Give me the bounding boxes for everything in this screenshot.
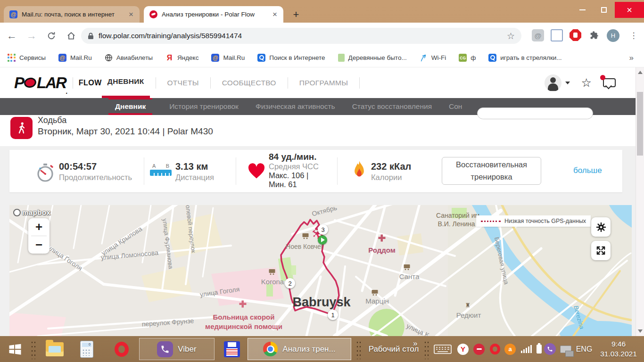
minimize-button[interactable] (571, 2, 593, 18)
zoom-in-button[interactable]: + (28, 218, 50, 236)
bookmark-cg[interactable]: CG ф (459, 54, 476, 62)
tab-close-icon[interactable]: × (127, 10, 135, 18)
clock-time: 9:46 (600, 339, 637, 349)
polar-logo[interactable]: P LAR . (14, 67, 67, 98)
tab-polar-flow[interactable]: Анализ тренировки - Polar Flow × (144, 6, 283, 23)
adblock-extension-icon[interactable] (570, 29, 581, 41)
yandex-tray-button[interactable]: Y (454, 336, 471, 362)
page-scrollbar[interactable] (636, 67, 644, 336)
bookmark-mailru-2[interactable]: @ Mail.Ru (211, 54, 245, 62)
start-button[interactable] (3, 336, 27, 362)
desktop-toolbar-label: Рабочий стол (369, 345, 419, 354)
route-start-marker[interactable] (318, 235, 327, 245)
cart-poi-icon (269, 269, 275, 273)
extensions-puzzle-icon[interactable] (588, 29, 600, 41)
clock-date: 31.03.2021 (600, 349, 637, 359)
opera-button[interactable] (111, 336, 132, 362)
bookmark-label: Wi-Fi (431, 54, 446, 61)
scrollbar-thumb[interactable] (637, 92, 643, 156)
opera-icon (115, 342, 129, 357)
chrome-profile-avatar[interactable]: H (607, 29, 619, 42)
address-bar[interactable]: flow.polar.com/training/analysis/5859941… (81, 28, 521, 44)
map-label: Октябрь (311, 205, 338, 218)
logo-dot: . (66, 88, 67, 95)
bookmark-yandex[interactable]: Я Яндекс (165, 54, 198, 62)
toolbar-chevron[interactable]: » (413, 339, 417, 348)
save-file-button[interactable] (221, 336, 243, 362)
bookmark-star-icon[interactable]: ☆ (507, 31, 515, 41)
new-tab-button[interactable]: + (289, 8, 303, 22)
map-settings-button[interactable] (591, 217, 611, 237)
maximize-button[interactable] (593, 2, 615, 18)
visual-bookmarks-extension-icon[interactable] (551, 29, 563, 41)
chrome-menu-icon[interactable]: ⋮ (627, 29, 640, 41)
main-nav-programs[interactable]: ПРОГРАММЫ (294, 67, 354, 98)
map-fullscreen-button[interactable] (591, 241, 611, 260)
main-nav-diary[interactable]: ДНЕВНИК (102, 67, 150, 98)
scroll-up-arrow[interactable] (638, 71, 643, 74)
map-label: улица Гоголя (46, 244, 83, 272)
mapbox-logo[interactable]: mapbox (13, 208, 51, 216)
touch-keyboard-button[interactable] (432, 336, 454, 362)
subnav-physical-activity[interactable]: Физическая активность (256, 98, 335, 115)
distance-label: Дистанция (175, 173, 214, 182)
subnav-sleep[interactable]: Сон (449, 98, 462, 115)
notifications-icon[interactable] (603, 78, 616, 87)
mailru-extension-icon[interactable]: @ (532, 29, 544, 41)
bookmark-label: Mail.Ru (70, 54, 92, 61)
route-map[interactable]: улица Крыловаулица Ломоносоваулица Фурма… (9, 205, 632, 336)
scroll-down-arrow[interactable] (638, 329, 643, 333)
viber-window-button[interactable]: Viber (139, 338, 215, 360)
route-km-marker-3[interactable]: 3 (318, 224, 328, 235)
subnav-diary[interactable]: Дневник (108, 98, 152, 115)
tab-mailru[interactable]: @ Mail.ru: почта, поиск в интернет × (4, 6, 140, 23)
search-input[interactable] (477, 107, 593, 119)
chrome-window-button[interactable]: Анализ трен... (248, 338, 351, 360)
url-text: flow.polar.com/training/analysis/5859941… (99, 32, 242, 40)
divider (359, 77, 360, 89)
display-tray-button[interactable] (555, 336, 576, 362)
back-icon[interactable]: ← (4, 28, 20, 44)
main-nav-community[interactable]: СООБЩЕСТВО (216, 67, 282, 98)
apps-grid-icon (8, 54, 16, 62)
bookmark-mailru[interactable]: @ Mail.Ru (58, 54, 92, 62)
divider (144, 157, 144, 185)
language-label: ENG (576, 345, 593, 354)
profile-menu[interactable] (545, 74, 570, 91)
zoom-out-button[interactable]: − (28, 236, 50, 254)
forward-icon[interactable]: → (24, 28, 40, 44)
home-icon[interactable] (63, 28, 79, 44)
bookmark-services[interactable]: Сервисы (8, 54, 46, 62)
opera-tray-button[interactable] (487, 336, 504, 362)
reload-icon[interactable] (43, 28, 59, 44)
divider (337, 157, 338, 185)
bookmark-web-search[interactable]: Поиск в Интернете (257, 54, 325, 62)
route-km-marker-2[interactable]: 2 (285, 278, 295, 288)
mail-agent-tray-button[interactable]: a (502, 336, 519, 362)
subnav-recovery-status[interactable]: Статус восстановления (352, 98, 432, 115)
chrome-window-label: Анализ трен... (282, 345, 335, 354)
map-label: переулок Фрунзе (141, 317, 194, 328)
cg-icon: CG (459, 54, 467, 62)
training-benefit-button[interactable]: Восстановительная тренировка (442, 157, 541, 185)
bookmark-shooters[interactable]: играть в стрелялки... (488, 54, 561, 62)
language-indicator[interactable]: ENG (574, 336, 594, 362)
flowsync-tray-button[interactable] (471, 336, 487, 362)
bookmark-wooden[interactable]: Деревянные быто... (338, 54, 407, 62)
more-link[interactable]: больше (573, 166, 602, 175)
file-explorer-button[interactable] (43, 336, 66, 362)
calculator-button[interactable] (76, 336, 97, 362)
chrome-icon (263, 342, 278, 356)
main-nav-reports[interactable]: ОТЧЕТЫ (162, 67, 205, 98)
route-km-marker-1[interactable]: 1 (328, 310, 338, 320)
bookmarks-bar: Сервисы @ Mail.Ru Авиабилеты Я Яндекс @ … (0, 49, 644, 67)
subnav-training-history[interactable]: История тренировок (169, 98, 239, 115)
favorites-star-icon[interactable]: ☆ (581, 76, 592, 90)
bookmarks-overflow-chevron[interactable]: » (629, 53, 634, 63)
bookmark-wifi[interactable]: Wi-Fi (420, 54, 446, 62)
bookmark-avia[interactable]: Авиабилеты (105, 54, 153, 62)
close-button[interactable]: × (615, 2, 644, 18)
tab-close-icon[interactable]: × (271, 10, 279, 18)
map-label: медицинской помощи (205, 322, 282, 330)
clock[interactable]: 9:46 31.03.2021 (595, 336, 642, 362)
